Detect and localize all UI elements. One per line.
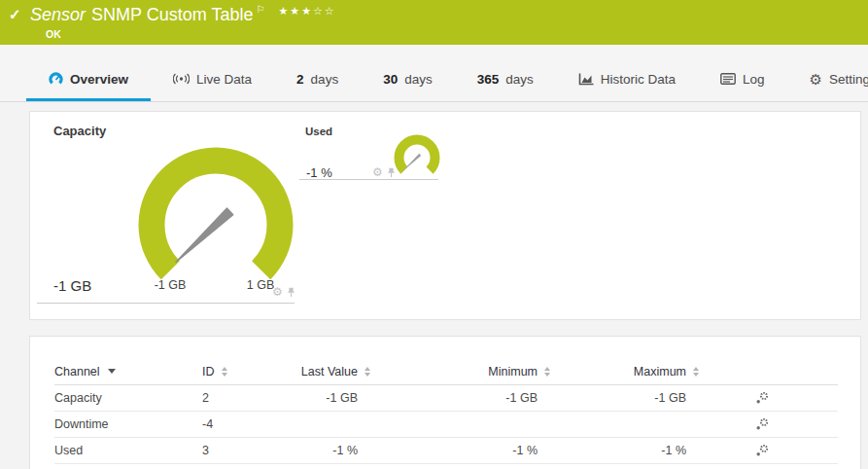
- channel-name: Capacity: [54, 391, 202, 405]
- sort-descending-icon: [108, 369, 116, 374]
- gauge-needle: [176, 208, 233, 262]
- tab-bar: Overview Live Data 2 days 30 days 365 da…: [0, 45, 868, 102]
- channel-settings-icon[interactable]: [755, 391, 769, 405]
- gauge-current-value: -1 %: [306, 165, 332, 180]
- tab-label: Historic Data: [601, 72, 676, 87]
- status-badge: OK: [46, 28, 61, 40]
- tab-365-days[interactable]: 365 days: [455, 59, 556, 101]
- tab-log[interactable]: Log: [698, 59, 787, 101]
- gauge-scale-min: -1 GB: [145, 278, 195, 292]
- pin-icon[interactable]: [387, 167, 396, 178]
- table-row-capacity[interactable]: Capacity 2 -1 GB -1 GB -1 GB: [54, 385, 838, 412]
- widget-divider: [299, 179, 438, 180]
- tab-historic-data[interactable]: Historic Data: [556, 59, 698, 101]
- channel-settings-icon[interactable]: [755, 417, 769, 431]
- table-row-used[interactable]: Used 3 -1 % -1 % -1 %: [54, 438, 838, 464]
- sensor-name: SNMP Custom Table: [91, 5, 253, 24]
- sensor-status-header: ✓ SensorSNMP Custom Table⚐★★★☆☆ OK: [0, 0, 868, 45]
- widget-gear-icon[interactable]: ⚙: [372, 166, 383, 178]
- table-header-row: Channel ID Last Value Minimum Maximum: [54, 358, 838, 385]
- channel-settings-icon[interactable]: [755, 444, 769, 457]
- live-data-icon: [173, 73, 190, 85]
- tab-number: 2: [296, 72, 304, 87]
- channel-table-panel: Channel ID Last Value Minimum Maximum: [29, 336, 861, 469]
- flag-icon[interactable]: ⚐: [256, 4, 264, 15]
- maximum-value: -1 %: [550, 444, 699, 457]
- last-value: -1 %: [295, 444, 370, 457]
- column-label: Minimum: [488, 365, 538, 379]
- minimum-value: -1 %: [370, 444, 550, 457]
- tab-label: days: [505, 72, 534, 87]
- gauge-title-capacity: Capacity: [53, 124, 106, 138]
- last-value: -1 GB: [295, 391, 370, 405]
- sort-icon: [693, 367, 699, 377]
- gauge-current-value: -1 GB: [53, 277, 91, 294]
- column-label: Maximum: [634, 365, 686, 379]
- status-check-icon: ✓: [9, 6, 21, 23]
- channel-table: Channel ID Last Value Minimum Maximum: [54, 358, 838, 464]
- tab-number: 30: [383, 72, 398, 87]
- tab-label: Overview: [70, 72, 128, 87]
- gauge-title-used: Used: [305, 126, 332, 137]
- historic-chart-icon: [578, 73, 594, 86]
- tab-label: Live Data: [196, 72, 252, 87]
- tab-label: days: [404, 72, 433, 87]
- overview-panel: Capacity -1 GB 1 GB -1 GB ⚙ Used -1 % ⚙: [29, 111, 861, 320]
- column-header-channel[interactable]: Channel: [54, 365, 202, 379]
- page-title: SensorSNMP Custom Table⚐★★★☆☆: [30, 4, 336, 25]
- column-header-last-value[interactable]: Last Value: [295, 365, 370, 379]
- log-icon: [720, 73, 736, 85]
- sort-icon: [222, 367, 227, 377]
- maximum-value: -1 GB: [550, 391, 699, 405]
- channel-name: Used: [54, 444, 202, 457]
- tab-number: 365: [477, 72, 500, 87]
- column-label: Channel: [54, 365, 100, 379]
- channel-id: 3: [202, 444, 295, 457]
- priority-stars[interactable]: ★★★☆☆: [278, 5, 335, 17]
- pin-icon[interactable]: [287, 287, 295, 298]
- tab-30-days[interactable]: 30 days: [361, 59, 455, 101]
- tab-label: Settings: [829, 72, 868, 87]
- tab-settings[interactable]: ⚙ Settings: [787, 59, 868, 101]
- widget-gear-icon[interactable]: ⚙: [272, 286, 283, 298]
- column-label: Last Value: [301, 365, 358, 379]
- minimum-value: -1 GB: [370, 391, 550, 405]
- tab-label: Log: [743, 72, 765, 87]
- channel-name: Downtime: [54, 417, 202, 431]
- tab-overview[interactable]: Overview: [26, 59, 151, 101]
- column-label: ID: [202, 365, 215, 379]
- column-header-maximum[interactable]: Maximum: [550, 365, 699, 379]
- title-prefix: Sensor: [30, 5, 86, 24]
- widget-divider: [37, 303, 295, 304]
- tab-live-data[interactable]: Live Data: [151, 59, 274, 101]
- widget-actions: ⚙: [372, 166, 396, 178]
- gauge-icon: [49, 72, 63, 87]
- column-header-minimum[interactable]: Minimum: [370, 365, 550, 379]
- widget-actions: ⚙: [272, 286, 295, 298]
- channel-id: -4: [202, 417, 295, 431]
- capacity-gauge-chart: [132, 141, 299, 282]
- column-header-id[interactable]: ID: [202, 365, 295, 379]
- channel-id: 2: [202, 391, 295, 405]
- table-row-downtime[interactable]: Downtime -4: [54, 412, 838, 438]
- tab-2-days[interactable]: 2 days: [274, 59, 361, 101]
- tab-label: days: [311, 72, 339, 87]
- settings-gear-icon: ⚙: [810, 72, 822, 87]
